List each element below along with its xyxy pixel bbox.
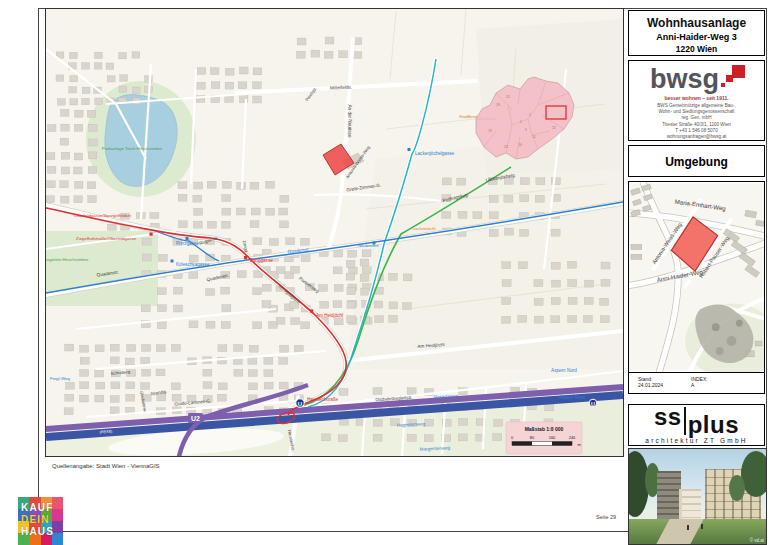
- stand-block: Stand: 24.01.2024: [638, 376, 663, 388]
- svg-text:Oberfeldgasse/Spargelfeldstr.: Oberfeldgasse/Spargelfeldstr.: [74, 213, 132, 218]
- svg-text:Maßstab 1:8 000: Maßstab 1:8 000: [525, 426, 564, 432]
- bwsg-email: wohnungsanfragen@bwsg.at: [629, 134, 764, 140]
- svg-text:10: 10: [518, 143, 522, 147]
- kauf-dein-haus-logo: KAUF DEIN HAUS: [18, 497, 63, 545]
- ssplus-left: ss: [654, 403, 682, 431]
- building-render-image: © vd.at: [628, 448, 767, 545]
- svg-text:Aspern Nord: Aspern Nord: [551, 368, 577, 373]
- svg-text:3: 3: [525, 128, 527, 132]
- project-street: Anni-Haider-Weg 3: [629, 32, 764, 42]
- umgebung-heading: Umgebung: [629, 155, 764, 169]
- bwsg-logo-box: bwsg besser wohnen – seit 1911. BWS Geme…: [628, 60, 765, 141]
- svg-text:11: 11: [532, 135, 536, 139]
- svg-text:Mittelfelde.: Mittelfelde.: [330, 85, 352, 91]
- index-value: A: [691, 382, 708, 388]
- svg-text:U2: U2: [191, 415, 200, 422]
- svg-text:U: U: [591, 401, 595, 407]
- svg-text:13: 13: [488, 129, 492, 133]
- project-title-box: Wohnhausanlage Anni-Haider-Weg 3 1220 Wi…: [628, 10, 765, 56]
- svg-text:80: 80: [530, 435, 535, 440]
- svg-text:Prinzgasse: Prinzgasse: [176, 241, 199, 246]
- bwsg-squares-icon: [719, 65, 743, 93]
- svg-text:An der Neurisse: An der Neurisse: [347, 105, 352, 138]
- station-hausfeldstrasse: U: [296, 399, 304, 407]
- bwsg-wordmark: bwsg: [650, 65, 719, 93]
- svg-text:Am Heidjöchl: Am Heidjöchl: [316, 313, 343, 318]
- main-map-panel: U2 U U Mittelfelde. An der Neurisse Pawl…: [45, 8, 624, 457]
- ssplus-divider-bar: [684, 407, 686, 435]
- svg-text:160: 160: [549, 435, 556, 440]
- kdh-text: KAUF DEIN HAUS: [21, 502, 54, 538]
- bwsg-tagline: besser wohnen – seit 1911.: [629, 95, 764, 101]
- render-person: [687, 525, 689, 530]
- u2-badge: U2: [188, 413, 203, 423]
- svg-text:Lackenjöchl: Lackenjöchl: [412, 226, 435, 231]
- ssplus-wordmark: ss plus: [654, 408, 739, 434]
- svg-text:Koleschkagasse: Koleschkagasse: [176, 262, 210, 267]
- stand-value: 24.01.2024: [638, 382, 663, 388]
- svg-text:Feigl-Weg: Feigl-Weg: [50, 376, 70, 381]
- kdh-line1: KAUF: [21, 502, 54, 514]
- map-attribution: Quellenangabe: Stadt Wien - ViennaGIS: [52, 463, 160, 469]
- svg-text:Blumengärten Hirschstetten: Blumengärten Hirschstetten: [46, 257, 89, 262]
- tree: [729, 475, 745, 501]
- svg-text:19: 19: [496, 103, 500, 107]
- render-building-mid: [679, 489, 701, 521]
- page-number: Seite 29: [596, 514, 616, 520]
- render-building-left: [657, 471, 681, 519]
- svg-text:2: 2: [529, 113, 531, 117]
- project-title: Wohnhausanlage: [629, 16, 764, 30]
- svg-text:U: U: [298, 401, 302, 407]
- umgebung-map: Maria-Emhart-Weg Antonia-Weiss-Weg Rober…: [629, 182, 764, 373]
- index-block: INDEX: A: [691, 376, 708, 388]
- svg-text:Lackenjöchelgasse: Lackenjöchelgasse: [415, 151, 455, 156]
- project-city: 1220 Wien: [629, 44, 764, 54]
- kdh-line3: HAUS: [21, 526, 54, 538]
- svg-text:Aspern Nord: Aspern Nord: [559, 395, 585, 400]
- scale-bar: Maßstab 1:8 000 0 80 160 240 m: [506, 422, 582, 454]
- svg-text:Ziegelhofstraße/Oberfeldgasse: Ziegelhofstraße/Oberfeldgasse: [76, 236, 137, 241]
- svg-text:240: 240: [569, 435, 576, 440]
- svg-text:1: 1: [520, 120, 522, 124]
- bwsg-contact-info: BWS Gemeinnützige allgemeine Bau-, Wohn-…: [629, 103, 764, 140]
- station-aspern-nord: U: [589, 399, 597, 407]
- svg-text:Neubreiten: Neubreiten: [358, 243, 379, 248]
- ssplus-right: plus: [688, 411, 739, 439]
- ssplus-logo-box: ss plus architektur ZT GmbH: [628, 404, 765, 446]
- render-person: [701, 524, 703, 529]
- svg-text:23: 23: [504, 145, 508, 149]
- city-map: U2 U U Mittelfelde. An der Neurisse Pawl…: [46, 9, 623, 456]
- svg-text:Zanggasse: Zanggasse: [250, 258, 273, 263]
- svg-text:Hausfeldstraße: Hausfeldstraße: [307, 397, 339, 402]
- umgebung-map-box: Maria-Emhart-Weg Antonia-Weiss-Weg Rober…: [628, 181, 765, 394]
- stand-index-row: Stand: 24.01.2024 INDEX: A: [629, 373, 764, 393]
- svg-text:Parkanlage Teich Hirschstetten: Parkanlage Teich Hirschstetten: [102, 146, 163, 151]
- svg-text:21: 21: [506, 95, 510, 99]
- svg-text:22: 22: [552, 126, 556, 130]
- kdh-line2: DEIN: [21, 514, 54, 526]
- render-credit: © vd.at: [750, 538, 764, 543]
- umgebung-heading-box: Umgebung: [628, 145, 765, 177]
